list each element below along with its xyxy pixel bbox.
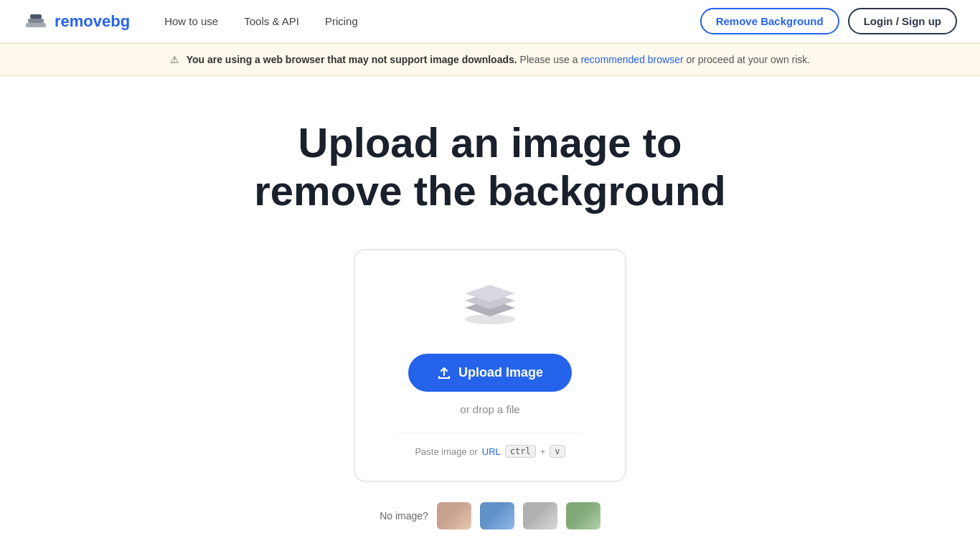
warning-banner: ⚠ You are using a web browser that may n… [0, 43, 980, 76]
url-link[interactable]: URL [482, 446, 501, 457]
no-image-label: No image? [380, 510, 428, 522]
logo-link[interactable]: removebg [23, 9, 130, 34]
drop-text: or drop a file [460, 403, 519, 415]
warning-icon: ⚠ [170, 54, 179, 65]
login-signup-button[interactable]: Login / Sign up [848, 8, 957, 34]
no-image-row: No image? [380, 502, 600, 529]
main-content: Upload an image to remove the background… [0, 76, 980, 551]
plus-sign: + [540, 446, 546, 457]
nav-pricing[interactable]: Pricing [325, 15, 358, 27]
upload-icon [437, 366, 451, 380]
nav-tools-api[interactable]: Tools & API [244, 15, 299, 27]
hero-title: Upload an image to remove the background [254, 119, 725, 215]
sample-thumb-3[interactable] [523, 502, 557, 529]
logo-icon [23, 9, 49, 34]
upload-card: Upload Image or drop a file Paste image … [354, 249, 626, 482]
sample-thumb-4[interactable] [566, 502, 600, 529]
paste-hint: Paste image or URL ctrl + v [398, 433, 582, 458]
nav-links: How to use Tools & API Pricing [164, 15, 699, 27]
logo-text: removebg [55, 12, 130, 31]
banner-bold-text: You are using a web browser that may not… [187, 54, 517, 65]
recommended-browser-link[interactable]: recommended browser [580, 54, 683, 65]
banner-text-after-link: or proceed at your own risk. [686, 54, 810, 65]
stack-icon [461, 285, 519, 331]
banner-text-before-link: Please use a [520, 54, 581, 65]
v-key: v [550, 445, 565, 458]
svg-rect-2 [30, 14, 42, 19]
ctrl-key: ctrl [505, 445, 536, 458]
sample-thumb-1[interactable] [437, 502, 471, 529]
navbar: removebg How to use Tools & API Pricing … [0, 0, 980, 43]
paste-label: Paste image or [415, 446, 477, 457]
svg-rect-0 [26, 23, 46, 27]
nav-actions: Remove Background Login / Sign up [700, 8, 957, 34]
nav-how-to-use[interactable]: How to use [164, 15, 218, 27]
layers-icon [461, 285, 519, 328]
svg-rect-1 [28, 19, 44, 23]
upload-image-button[interactable]: Upload Image [408, 354, 572, 392]
remove-background-button[interactable]: Remove Background [700, 8, 839, 34]
sample-thumb-2[interactable] [480, 502, 514, 529]
